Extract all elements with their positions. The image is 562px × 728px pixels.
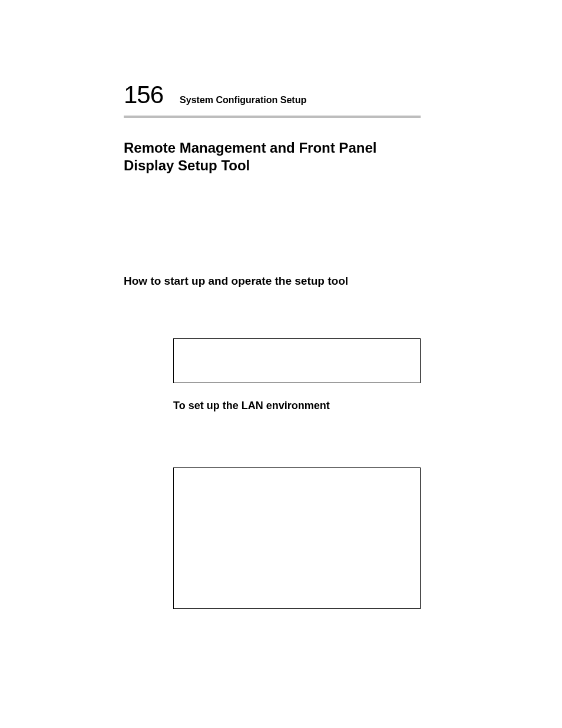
subsection-heading: How to start up and operate the setup to… (124, 275, 421, 288)
inset-subheading: To set up the LAN environment (173, 400, 421, 412)
document-page: 156 System Configuration Setup Remote Ma… (0, 0, 562, 609)
section-heading: Remote Management and Front Panel Displa… (124, 139, 421, 174)
chapter-title: System Configuration Setup (180, 95, 306, 106)
inset-content: To set up the LAN environment (173, 338, 421, 609)
figure-box-large (173, 467, 421, 609)
page-number: 156 (124, 83, 163, 107)
figure-box-small (173, 338, 421, 383)
page-header: 156 System Configuration Setup (124, 83, 421, 118)
